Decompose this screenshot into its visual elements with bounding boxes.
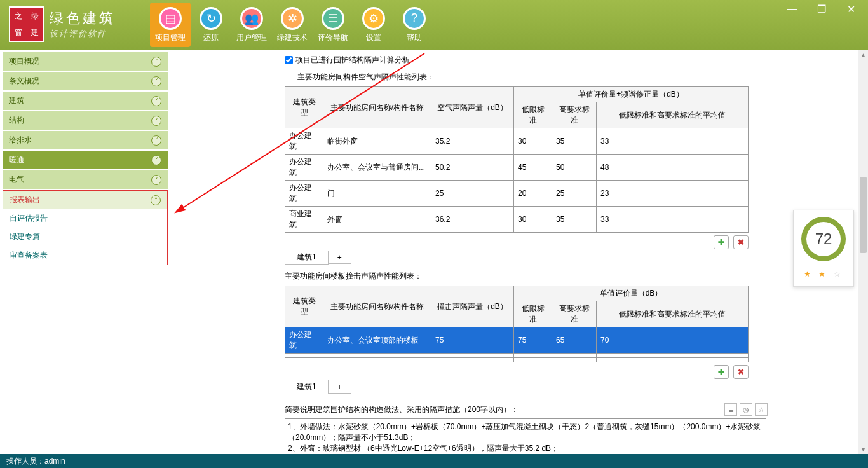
app-logo: 之绿 窗建 绿色建筑 设计评价软件 [0, 0, 125, 48]
add-tab-button-2[interactable]: + [329, 382, 351, 394]
sidebar-item-条文概况[interactable]: 条文概况˅ [3, 72, 168, 90]
add-row-button[interactable]: ✚ [714, 235, 729, 249]
chevron-down-icon: ˅ [151, 96, 161, 106]
report-header[interactable]: 报表输出 ˄ [3, 191, 167, 209]
table-row[interactable]: 商业建筑外窗36.2303533 [285, 207, 749, 233]
history-icon[interactable]: ◷ [740, 403, 752, 416]
chevron-down-icon: ˅ [151, 76, 161, 86]
content-area: 项目已进行围护结构隔声计算分析 主要功能房间构件空气声隔声性能列表： 建筑类型 … [170, 50, 868, 454]
add-row-button-2[interactable]: ✚ [714, 365, 729, 379]
air-sound-table[interactable]: 建筑类型 主要功能房间名称/构件名称 空气声隔声量（dB） 单值评价量+频谱修正… [285, 86, 749, 233]
scroll-up-icon[interactable]: ▲ [858, 50, 868, 60]
toolbar-icon: ▤ [159, 7, 182, 30]
table2-title: 主要功能房间楼板撞击声隔声性能列表： [285, 271, 855, 282]
app-title: 绿色建筑 [50, 9, 116, 28]
table-row[interactable]: 办公建筑临街外窗35.2303533 [285, 128, 749, 155]
toolbar-icon: ✲ [281, 7, 304, 30]
table1-title: 主要功能房间构件空气声隔声性能列表： [297, 72, 855, 83]
report-link-审查备案表[interactable]: 审查备案表 [3, 246, 167, 265]
toolbar-icon: ⚙ [362, 7, 385, 30]
toolbar-用户管理[interactable]: 👥用户管理 [231, 3, 272, 47]
toolbar-还原[interactable]: ↻还原 [191, 3, 231, 47]
desc-label: 简要说明建筑围护结构的构造做法、采用的隔声措施（200字以内）： [285, 404, 519, 415]
toolbar-设置[interactable]: ⚙设置 [353, 3, 394, 47]
desc-textarea[interactable] [285, 418, 766, 454]
toolbar-帮助[interactable]: ?帮助 [394, 3, 435, 47]
chevron-down-icon: ˅ [151, 155, 161, 165]
maximize-button[interactable]: ❐ [807, 1, 836, 17]
toolbar-评价导航[interactable]: ☰评价导航 [313, 3, 353, 47]
chevron-down-icon: ˅ [151, 57, 161, 67]
toolbar-icon: ☰ [322, 7, 344, 30]
table-row[interactable] [285, 358, 749, 362]
report-link-自评估报告[interactable]: 自评估报告 [3, 209, 167, 228]
scroll-down-icon[interactable]: ▼ [858, 444, 868, 454]
logo-icon: 之绿 窗建 [9, 6, 44, 42]
delete-row-button-2[interactable]: ✖ [733, 365, 749, 379]
impact-sound-table[interactable]: 建筑类型 主要功能房间名称/构件名称 撞击声隔声量（dB） 单值评价量（dB） … [285, 286, 749, 362]
status-bar: 操作人员：admin [0, 454, 868, 468]
table2-tab[interactable]: 建筑1 [285, 380, 329, 394]
star-icon[interactable]: ☆ [755, 403, 768, 416]
chevron-down-icon: ˅ [151, 135, 161, 146]
chevron-down-icon: ˅ [151, 116, 161, 126]
table-row[interactable] [285, 354, 749, 358]
titlebar: 之绿 窗建 绿色建筑 设计评价软件 ▤项目管理↻还原👥用户管理✲绿建技术☰评价导… [0, 0, 868, 50]
add-tab-button[interactable]: + [329, 252, 351, 264]
score-value: 72 [801, 217, 846, 261]
chevron-down-icon: ˅ [151, 175, 161, 185]
table-row[interactable]: 办公建筑办公室、会议室顶部的楼板75756570 [285, 327, 749, 354]
table1-tab[interactable]: 建筑1 [285, 251, 329, 265]
window-controls: — ❐ ✕ [778, 1, 865, 17]
toolbar-icon: ? [403, 7, 426, 30]
toolbar-项目管理[interactable]: ▤项目管理 [150, 3, 191, 47]
score-stars: ★ ★ ☆ [797, 266, 850, 280]
report-link-绿建专篇[interactable]: 绿建专篇 [3, 228, 167, 246]
toolbar-icon: ↻ [200, 7, 222, 30]
sidebar: 项目概况˅条文概况˅建筑˅结构˅给排水˅暖通˅电气˅ 报表输出 ˄ 自评估报告绿… [0, 50, 170, 454]
report-panel: 报表输出 ˄ 自评估报告绿建专篇审查备案表 [3, 190, 168, 265]
table-row[interactable]: 办公建筑门25202523 [285, 181, 749, 207]
vertical-scrollbar[interactable]: ▲ ▼ [858, 50, 868, 454]
calc-checkbox-row[interactable]: 项目已进行围护结构隔声计算分析 [285, 55, 855, 65]
sidebar-item-电气[interactable]: 电气˅ [3, 170, 168, 189]
score-widget: 72 ★ ★ ☆ [793, 210, 854, 287]
chevron-up-icon: ˄ [151, 195, 161, 205]
toolbar-icon: 👥 [240, 7, 263, 30]
layers-icon[interactable]: ≣ [724, 403, 737, 416]
calc-checkbox[interactable] [285, 56, 293, 64]
sidebar-item-暖通[interactable]: 暖通˅ [3, 151, 168, 169]
app-subtitle: 设计评价软件 [50, 28, 116, 39]
close-button[interactable]: ✕ [836, 1, 865, 17]
calc-checkbox-label: 项目已进行围护结构隔声计算分析 [295, 55, 410, 65]
minimize-button[interactable]: — [778, 1, 807, 17]
table-row[interactable]: 办公建筑办公室、会议室与普通房间...50.2455048 [285, 155, 749, 181]
sidebar-item-给排水[interactable]: 给排水˅ [3, 131, 168, 149]
sidebar-item-建筑[interactable]: 建筑˅ [3, 92, 168, 110]
delete-row-button[interactable]: ✖ [733, 235, 749, 249]
scroll-thumb[interactable] [860, 177, 867, 253]
sidebar-item-结构[interactable]: 结构˅ [3, 111, 168, 130]
sidebar-item-项目概况[interactable]: 项目概况˅ [3, 52, 168, 71]
toolbar-绿建技术[interactable]: ✲绿建技术 [272, 3, 313, 47]
main-toolbar: ▤项目管理↻还原👥用户管理✲绿建技术☰评价导航⚙设置?帮助 [150, 0, 435, 47]
